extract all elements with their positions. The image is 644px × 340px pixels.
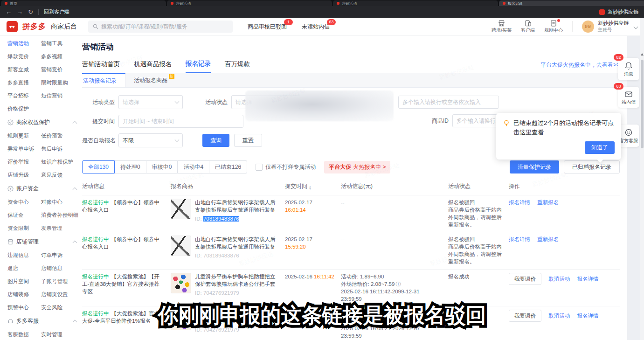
account-menu[interactable]: 妙妙 新妙妙供应链 主账号 xyxy=(582,20,637,33)
sidebar-item[interactable]: 消费者补偿明细 xyxy=(41,212,82,219)
col-submit-time[interactable]: 提交时间▲▼ xyxy=(285,182,341,191)
adjust-price-button[interactable]: 我要调价 xyxy=(509,310,541,322)
tab-opportunity-goods[interactable]: 机遇商品报名 xyxy=(134,57,172,73)
status-tab-all[interactable]: 全部130 xyxy=(82,160,115,173)
global-search-input[interactable]: 搜索功能/订单/课程/规则/帮助/服务 xyxy=(88,21,233,33)
tab-signup-records[interactable]: 报名记录 xyxy=(186,56,211,73)
sidebar-item-marketing-activity[interactable]: 营销活动 xyxy=(7,40,39,47)
sidebar-item[interactable]: 店铺装修 xyxy=(7,291,39,298)
sidebar-item[interactable]: 价格保护 xyxy=(7,105,39,112)
sidebar-item[interactable]: 店铺页设置 xyxy=(41,291,82,298)
query-button[interactable]: 查询 xyxy=(202,134,229,147)
pinduoduo-logo-icon[interactable]: ♥♥ xyxy=(7,21,18,32)
rule-center-nav[interactable]: 规则中心 xyxy=(544,20,563,34)
tab-marketing-home[interactable]: 营销活动首页 xyxy=(82,57,120,73)
status-tab-active[interactable]: 活动中4 xyxy=(178,160,209,173)
sidebar-item[interactable]: 意见反馈 xyxy=(41,172,82,179)
status-tab-pending[interactable]: 待处理0 xyxy=(115,160,146,173)
sidebar-item[interactable]: 店铺升级 xyxy=(7,172,39,179)
scrollbar-thumb[interactable] xyxy=(641,60,644,148)
browser-profile[interactable]: 新妙妙供应链 xyxy=(599,8,638,15)
status-tab-ended[interactable]: 已结束126 xyxy=(209,160,247,173)
status-tab-reviewing[interactable]: 审核中0 xyxy=(146,160,178,173)
sidebar-item[interactable]: 爆款竞价 xyxy=(7,53,39,60)
sidebar-item[interactable]: 资金中心 xyxy=(7,199,39,206)
signup-detail-link[interactable]: 报名详情 xyxy=(577,313,598,319)
adjust-price-button[interactable]: 我要调价 xyxy=(509,273,541,285)
sidebar-item[interactable]: 预警中心 xyxy=(7,304,39,311)
submit-time-range-input[interactable] xyxy=(118,115,243,128)
sidebar-item[interactable]: 发票管理 xyxy=(41,225,82,232)
activity-type-select[interactable]: 请选择 xyxy=(118,95,183,109)
cancel-activity-link[interactable]: 取消活动 xyxy=(548,313,570,319)
sidebar-section-shop[interactable]: 店铺管理 xyxy=(7,238,82,246)
sidebar-item[interactable]: 安全风险 xyxy=(41,304,82,311)
subtab-activity-goods[interactable]: 活动报名商品 新 xyxy=(125,73,176,87)
sidebar-item[interactable]: 限时限量购 xyxy=(41,79,82,86)
scroll-up-arrow[interactable] xyxy=(641,53,644,56)
sidebar-section-funds[interactable]: ¥ 账户资金 xyxy=(7,185,82,193)
sidebar-item[interactable]: 资金限制 xyxy=(7,225,39,232)
signup-detail-link[interactable]: 报名详情 xyxy=(509,200,530,205)
browser-tab-active[interactable]: 报名记录 xyxy=(499,0,644,6)
sidebar-item[interactable]: 图片空间 xyxy=(7,278,39,285)
goods-audit-rejected-label: 商品审核已驳回 xyxy=(248,23,287,30)
return-to-client-link[interactable]: 回到客户端 xyxy=(44,8,69,15)
info-icon[interactable]: ⓘ xyxy=(395,318,401,324)
reset-button[interactable]: 重置 xyxy=(234,134,262,147)
exclusive-activity-checkbox[interactable]: 仅看不打烊专属活动 xyxy=(256,163,316,171)
site-mail-rail-button[interactable]: 63 站内信 xyxy=(618,87,639,108)
tab-million-hits[interactable]: 百万爆款 xyxy=(225,57,250,73)
sidebar-item[interactable]: 营销工具 xyxy=(41,40,82,47)
sidebar-section-rights[interactable]: 商家权益保护 xyxy=(7,118,82,126)
sidebar-item[interactable]: 规则更新 xyxy=(7,132,39,139)
activity-id-input[interactable] xyxy=(398,96,499,109)
re-signup-link[interactable]: 重新报名 xyxy=(537,200,559,205)
sidebar-item[interactable]: 多多直播 xyxy=(7,79,39,86)
signup-detail-link[interactable]: 报名详情 xyxy=(509,236,530,242)
sidebar-item[interactable]: 对账中心 xyxy=(41,199,82,206)
sidebar-item[interactable]: 低价预警 xyxy=(41,132,82,139)
back-icon[interactable]: ← xyxy=(6,8,12,15)
sidebar-item[interactable]: 新客立减 xyxy=(7,66,39,73)
sidebar-item[interactable]: 订单申诉 xyxy=(41,252,82,259)
sidebar-section-service[interactable]: 多多客服 xyxy=(7,317,82,325)
sidebar-item[interactable]: 违规信息 xyxy=(7,252,39,259)
goods-audit-rejected-link[interactable]: 商品审核已驳回 1 xyxy=(248,23,287,31)
traffic-protection-button[interactable]: 流量保护记录 xyxy=(510,160,559,173)
browser-tab[interactable]: 营销活动 xyxy=(167,0,332,6)
crossborder-nav[interactable]: 跨境/买菜 xyxy=(492,20,512,34)
sidebar-item[interactable]: 保证金 xyxy=(7,212,39,219)
sidebar-item[interactable]: 异常单申诉 xyxy=(7,146,39,153)
info-icon[interactable]: ⓘ xyxy=(395,281,401,287)
signup-detail-link[interactable]: 报名详情 xyxy=(577,276,598,282)
sidebar-item[interactable]: 短信营销 xyxy=(41,92,82,99)
sidebar-item[interactable]: 客服数据 xyxy=(7,331,39,338)
sidebar-item[interactable]: 平台招标 xyxy=(7,92,39,99)
page-scrollbar[interactable] xyxy=(640,18,644,340)
sidebar-item[interactable]: 店铺信息 xyxy=(41,265,82,272)
sidebar-item[interactable]: 实时管理 xyxy=(41,331,82,338)
reload-icon[interactable]: ↻ xyxy=(28,8,33,15)
sidebar-item[interactable]: 退店 xyxy=(7,265,39,272)
sidebar-item[interactable]: 子账号管理 xyxy=(41,278,82,285)
forward-icon[interactable]: → xyxy=(17,8,23,15)
auto-signup-select[interactable]: 不限 xyxy=(118,133,183,147)
re-signup-link[interactable]: 重新报名 xyxy=(537,236,559,242)
sidebar-item[interactable]: 评价举报 xyxy=(7,159,39,166)
unread-messages-link[interactable]: 未读站内信 63 xyxy=(302,23,330,31)
client-app-nav[interactable]: 客户端 xyxy=(521,20,535,34)
sidebar-item[interactable]: 售后申诉 xyxy=(41,146,82,153)
promo-signup-link[interactable]: 平台大促火热报名中，去看看>> xyxy=(540,61,620,69)
subtab-activity-records[interactable]: 活动报名记录 xyxy=(75,73,125,87)
browser-tab[interactable]: 首页 xyxy=(1,0,166,6)
sidebar-item[interactable]: 营销竞价 xyxy=(41,66,82,73)
platform-sale-pill[interactable]: 平台大促火热报名中 > xyxy=(324,161,390,173)
cancel-activity-link[interactable]: 取消活动 xyxy=(548,276,570,282)
sidebar-item[interactable]: 多多视频 xyxy=(41,53,82,60)
archived-records-button[interactable]: 已归档报名记录 xyxy=(564,160,620,173)
messages-rail-button[interactable]: 82 消息 xyxy=(618,58,639,80)
got-it-button[interactable]: 知道了 xyxy=(585,141,615,154)
sidebar-item[interactable]: 知识产权保护 xyxy=(41,159,82,166)
browser-tab[interactable]: 营销活动 xyxy=(333,0,498,6)
